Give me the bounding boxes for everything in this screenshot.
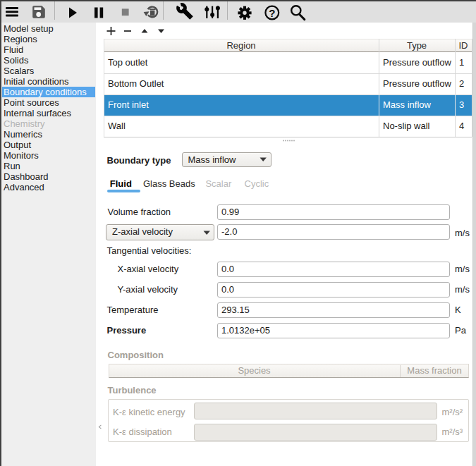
svg-text:?: ? [269, 7, 275, 19]
